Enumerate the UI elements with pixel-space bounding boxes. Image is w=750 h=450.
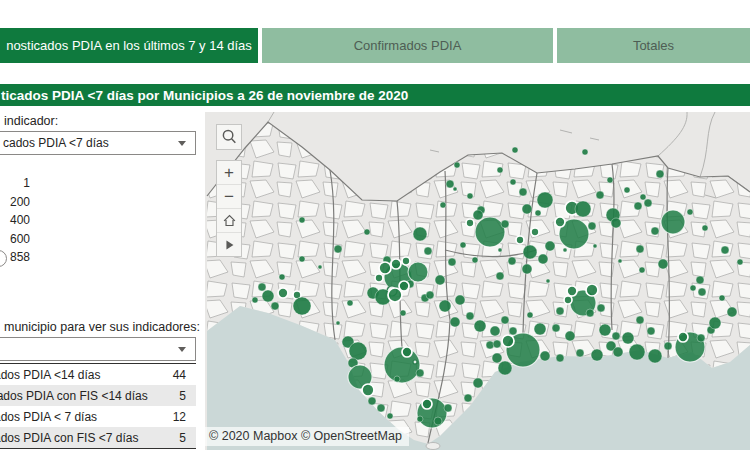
map-bubble[interactable]: [697, 334, 705, 342]
map-bubble[interactable]: [473, 378, 483, 388]
map-bubble[interactable]: [639, 267, 645, 273]
map-bubble[interactable]: [394, 376, 400, 382]
tab-1[interactable]: Confirmados PDIA: [262, 28, 553, 63]
map-bubble[interactable]: [556, 307, 564, 315]
indicator-dropdown[interactable]: cados PDIA <7 días: [0, 131, 196, 155]
map-bubble[interactable]: [634, 202, 642, 210]
map-bubble[interactable]: [512, 147, 518, 153]
map-bubble[interactable]: [502, 335, 514, 347]
map-bubble[interactable]: [522, 204, 532, 214]
map-bubble[interactable]: [563, 248, 567, 252]
map-bubble[interactable]: [379, 262, 391, 274]
map-bubble[interactable]: [535, 210, 541, 216]
map-bubble[interactable]: [586, 284, 598, 296]
map-bubble[interactable]: [556, 354, 564, 362]
map-bubble[interactable]: [612, 332, 620, 340]
map-bubble[interactable]: [455, 295, 465, 305]
map-bubble[interactable]: [334, 245, 342, 253]
map-bubble[interactable]: [387, 413, 393, 419]
map-bubble[interactable]: [575, 201, 591, 217]
map-bubble[interactable]: [527, 312, 533, 318]
map-bubble[interactable]: [440, 202, 446, 208]
map-bubble[interactable]: [391, 259, 401, 269]
tab-0[interactable]: nosticados PDIA en los últimos 7 y 14 dí…: [0, 28, 258, 63]
map-bubble[interactable]: [702, 225, 708, 231]
map-bubble[interactable]: [519, 188, 527, 196]
map-bubble[interactable]: [522, 264, 532, 274]
map-bubble[interactable]: [696, 276, 704, 284]
map-bubble[interactable]: [492, 353, 502, 363]
map-bubble[interactable]: [636, 316, 644, 324]
map-bubble[interactable]: [439, 300, 451, 312]
map-bubble[interactable]: [709, 317, 721, 329]
map-bubble[interactable]: [629, 344, 645, 360]
zoom-in-button[interactable]: +: [217, 161, 241, 184]
map-bubble[interactable]: [588, 222, 596, 230]
map-bubble[interactable]: [565, 331, 575, 341]
map-search-button[interactable]: [216, 124, 242, 150]
map-bubble[interactable]: [509, 327, 517, 335]
map-bubble[interactable]: [721, 246, 729, 254]
map-bubble[interactable]: [450, 317, 460, 327]
map-bubble[interactable]: [564, 296, 572, 304]
map-bubble[interactable]: [508, 257, 516, 265]
home-button[interactable]: [217, 208, 241, 232]
map-bubble[interactable]: [493, 340, 501, 348]
map-bubble[interactable]: [582, 149, 588, 155]
map-bubble[interactable]: [622, 332, 634, 344]
play-button[interactable]: [217, 232, 241, 256]
map-bubble[interactable]: [402, 347, 412, 357]
map-bubble[interactable]: [586, 309, 594, 317]
map-bubble[interactable]: [413, 227, 427, 241]
map-bubble[interactable]: [446, 180, 454, 188]
map-bubble[interactable]: [271, 302, 279, 310]
map-bubble[interactable]: [552, 324, 560, 332]
map-bubble[interactable]: [576, 349, 584, 357]
map-bubble[interactable]: [464, 394, 472, 402]
map-bubble[interactable]: [466, 219, 474, 227]
map-bubble[interactable]: [640, 194, 646, 200]
map-bubble[interactable]: [278, 288, 288, 298]
map-bubble[interactable]: [408, 262, 428, 282]
map-bubble[interactable]: [475, 217, 505, 247]
map-bubble[interactable]: [534, 323, 546, 335]
map-bubble[interactable]: [607, 177, 613, 183]
map-bubble[interactable]: [434, 417, 442, 425]
map-bubble[interactable]: [636, 245, 644, 253]
map-bubble[interactable]: [546, 279, 550, 283]
map-bubble[interactable]: [661, 210, 685, 234]
map-bubble[interactable]: [496, 272, 504, 280]
map-bubble[interactable]: [460, 242, 466, 248]
map-bubble[interactable]: [501, 220, 509, 228]
map-bubble[interactable]: [510, 179, 516, 185]
map-bubble[interactable]: [377, 404, 385, 412]
map-bubble[interactable]: [498, 361, 512, 375]
map-bubble[interactable]: [624, 187, 630, 193]
map-bubble[interactable]: [448, 258, 456, 266]
map-bubble[interactable]: [719, 295, 725, 301]
map-bubble[interactable]: [599, 324, 611, 336]
map-bubble[interactable]: [453, 187, 457, 191]
map-bubble[interactable]: [417, 416, 423, 422]
map-bubble[interactable]: [416, 369, 424, 377]
map-bubble[interactable]: [472, 257, 478, 263]
map-bubble[interactable]: [501, 316, 509, 324]
map-bubble[interactable]: [424, 247, 432, 255]
map-bubble[interactable]: [537, 192, 553, 208]
map-bubble[interactable]: [611, 218, 621, 228]
map-bubble[interactable]: [368, 397, 376, 405]
map-bubble[interactable]: [597, 304, 605, 312]
map-bubble[interactable]: [336, 321, 340, 325]
bubble-map[interactable]: + − © 2020 Mapbox © OpenStreetMap: [205, 112, 750, 450]
map-bubble[interactable]: [375, 274, 383, 282]
map-bubble[interactable]: [435, 275, 445, 285]
municipality-dropdown[interactable]: [0, 337, 196, 361]
map-bubble[interactable]: [538, 254, 548, 264]
map-bubble[interactable]: [299, 256, 305, 262]
map-bubble[interactable]: [400, 310, 406, 316]
map-bubble[interactable]: [516, 236, 524, 244]
map-bubble[interactable]: [613, 347, 623, 357]
map-attribution[interactable]: © 2020 Mapbox © OpenStreetMap: [205, 427, 409, 446]
map-bubble[interactable]: [596, 191, 604, 199]
map-bubble[interactable]: [426, 291, 434, 299]
